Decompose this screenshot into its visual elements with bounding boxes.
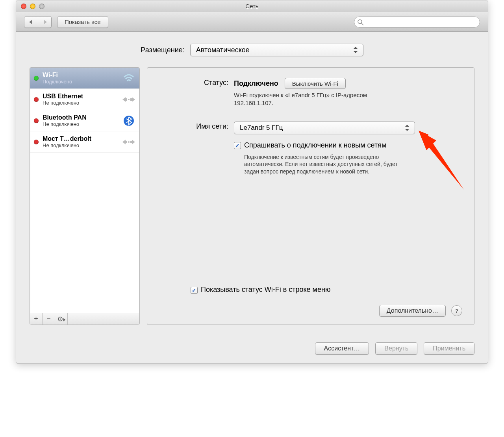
ask-join-checkbox[interactable] <box>234 142 241 149</box>
svg-point-12 <box>128 141 130 143</box>
svg-marker-7 <box>130 97 135 102</box>
add-interface-button[interactable]: + <box>30 313 43 325</box>
status-dot-icon <box>34 97 39 102</box>
stepper-icon <box>354 46 359 54</box>
network-name-value: Le7andr 5 ГГц <box>240 124 283 132</box>
advanced-button[interactable]: Дополнительно… <box>379 305 446 317</box>
minimize-icon[interactable] <box>30 4 35 9</box>
sidebar-footer: + − <box>30 313 139 325</box>
interface-sidebar: Wi-Fi Подключено USB Ethernet Не подключ… <box>30 67 140 325</box>
assistant-button[interactable]: Ассистент… <box>315 342 369 355</box>
show-status-checkbox[interactable] <box>191 287 198 294</box>
interface-name: Мост T…derbolt <box>43 135 118 142</box>
gear-icon <box>57 316 65 322</box>
close-icon[interactable] <box>21 4 26 9</box>
status-dot-icon <box>34 76 39 81</box>
panels: Wi-Fi Подключено USB Ethernet Не подключ… <box>30 67 474 325</box>
nav-segment <box>24 16 52 28</box>
svg-marker-16 <box>405 125 409 127</box>
interface-name: Bluetooth PAN <box>43 114 118 121</box>
show-status-row: Показывать статус Wi-Fi в строке меню <box>191 286 462 294</box>
svg-marker-6 <box>122 97 127 102</box>
network-name-label: Имя сети: <box>159 122 234 176</box>
status-value: Подключено <box>234 79 278 88</box>
toggle-wifi-button[interactable]: Выключить Wi-Fi <box>285 78 346 89</box>
interface-name: Wi-Fi <box>43 72 118 79</box>
interface-status: Не подключено <box>43 142 118 148</box>
pref-body: Размещение: Автоматическое Wi-Fi Подключ… <box>16 32 488 335</box>
svg-point-2 <box>358 20 362 24</box>
ask-join-help: Подключение к известным сетям будет прои… <box>244 153 413 176</box>
status-description: Wi-Fi подключен к «Le7andr 5 ГГц» с IP-а… <box>234 91 399 107</box>
location-row: Размещение: Автоматическое <box>30 44 474 56</box>
svg-marker-1 <box>44 20 47 24</box>
svg-marker-0 <box>29 20 32 24</box>
interface-status: Не подключено <box>43 121 118 127</box>
svg-marker-5 <box>354 51 358 53</box>
svg-point-14 <box>59 318 61 319</box>
ethernet-icon <box>122 137 135 147</box>
svg-line-3 <box>361 23 363 25</box>
sidebar-item-usb-ethernet[interactable]: USB Ethernet Не подключено <box>30 89 139 110</box>
interface-status: Подключено <box>43 79 118 85</box>
svg-point-8 <box>128 99 130 100</box>
detail-pane: Статус: Подключено Выключить Wi-Fi Wi-Fi… <box>147 67 474 325</box>
interface-actions-button[interactable] <box>55 313 68 325</box>
toolbar: Показать все <box>16 12 488 32</box>
svg-marker-10 <box>122 140 127 144</box>
show-all-button[interactable]: Показать все <box>57 16 108 28</box>
sidebar-item-wifi[interactable]: Wi-Fi Подключено <box>30 68 139 89</box>
svg-marker-11 <box>130 140 135 144</box>
interface-status: Не подключено <box>43 100 118 106</box>
interface-name: USB Ethernet <box>43 93 118 100</box>
search-input[interactable] <box>354 17 480 28</box>
svg-marker-17 <box>405 129 409 131</box>
window-title: Сеть <box>16 3 488 9</box>
revert-button[interactable]: Вернуть <box>375 342 417 355</box>
interface-list: Wi-Fi Подключено USB Ethernet Не подключ… <box>30 68 139 313</box>
forward-button[interactable] <box>38 17 51 28</box>
status-dot-icon <box>34 140 39 144</box>
network-name-popup[interactable]: Le7andr 5 ГГц <box>234 122 415 134</box>
svg-marker-4 <box>354 47 358 49</box>
ethernet-icon <box>122 94 135 105</box>
bluetooth-icon <box>122 116 135 126</box>
sidebar-item-bluetooth-pan[interactable]: Bluetooth PAN Не подключено <box>30 110 139 131</box>
footer-buttons: Ассистент… Вернуть Применить <box>16 335 488 363</box>
sidebar-item-thunderbolt-bridge[interactable]: Мост T…derbolt Не подключено <box>30 131 139 153</box>
svg-marker-15 <box>63 318 65 321</box>
status-dot-icon <box>34 118 39 123</box>
traffic-lights <box>16 4 44 9</box>
ask-join-label: Спрашивать о подключении к новым сетям <box>244 141 413 149</box>
back-button[interactable] <box>24 17 38 28</box>
chevron-left-icon <box>29 20 33 24</box>
wifi-icon <box>122 73 135 83</box>
remove-interface-button[interactable]: − <box>43 313 55 325</box>
network-preferences-window: Сеть Показать все Размещение: Автоматиче… <box>16 0 488 364</box>
titlebar: Сеть <box>16 0 488 12</box>
status-label: Статус: <box>159 78 234 107</box>
help-button[interactable]: ? <box>451 305 462 316</box>
show-status-label: Показывать статус Wi-Fi в строке меню <box>201 286 330 294</box>
stepper-icon <box>405 124 411 132</box>
location-label: Размещение: <box>141 46 184 54</box>
search-icon <box>358 19 364 26</box>
location-popup[interactable]: Автоматическое <box>190 44 363 56</box>
chevron-right-icon <box>43 20 47 24</box>
location-value: Автоматическое <box>196 46 250 54</box>
zoom-icon[interactable] <box>39 4 44 9</box>
apply-button[interactable]: Применить <box>424 342 474 355</box>
